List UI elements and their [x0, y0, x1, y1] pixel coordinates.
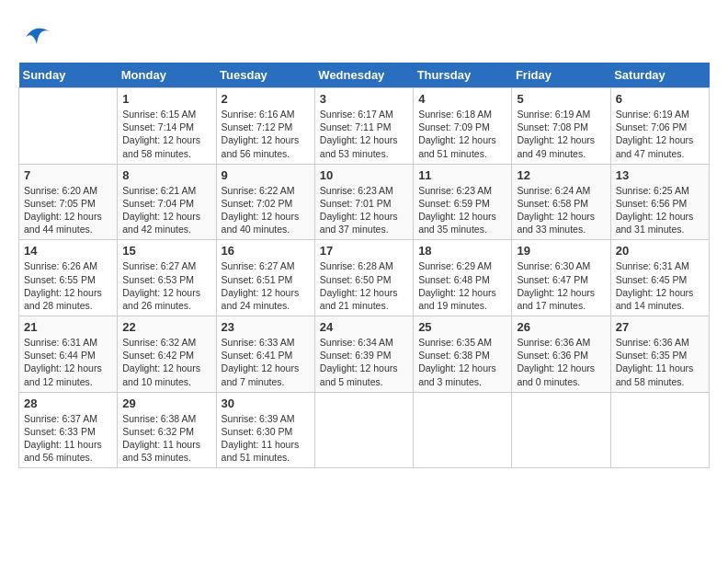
day-number: 10	[320, 168, 408, 182]
day-number: 5	[517, 92, 605, 106]
calendar-cell: 12Sunrise: 6:24 AM Sunset: 6:58 PM Dayli…	[512, 164, 610, 240]
calendar-week-row: 21Sunrise: 6:31 AM Sunset: 6:44 PM Dayli…	[19, 316, 710, 393]
day-info: Sunrise: 6:39 AM Sunset: 6:30 PM Dayligh…	[222, 412, 310, 465]
day-header-saturday: Saturday	[610, 63, 709, 88]
calendar-cell: 15Sunrise: 6:27 AM Sunset: 6:53 PM Dayli…	[118, 240, 216, 316]
day-number: 12	[517, 168, 605, 182]
calendar-cell: 1Sunrise: 6:15 AM Sunset: 7:14 PM Daylig…	[118, 88, 216, 165]
calendar-week-row: 14Sunrise: 6:26 AM Sunset: 6:55 PM Dayli…	[19, 240, 710, 316]
calendar-cell: 14Sunrise: 6:26 AM Sunset: 6:55 PM Dayli…	[19, 240, 118, 316]
calendar-cell	[610, 392, 709, 468]
day-header-wednesday: Wednesday	[314, 63, 413, 88]
calendar-header-row: SundayMondayTuesdayWednesdayThursdayFrid…	[19, 63, 710, 88]
day-info: Sunrise: 6:33 AM Sunset: 6:41 PM Dayligh…	[222, 336, 310, 388]
day-number: 8	[122, 168, 210, 182]
calendar-table: SundayMondayTuesdayWednesdayThursdayFrid…	[18, 63, 710, 468]
day-number: 30	[222, 396, 310, 410]
day-number: 3	[320, 92, 408, 106]
day-info: Sunrise: 6:24 AM Sunset: 6:58 PM Dayligh…	[517, 184, 605, 236]
day-number: 29	[122, 396, 210, 410]
calendar-week-row: 7Sunrise: 6:20 AM Sunset: 7:05 PM Daylig…	[19, 164, 710, 240]
calendar-cell: 18Sunrise: 6:29 AM Sunset: 6:48 PM Dayli…	[414, 240, 512, 316]
day-info: Sunrise: 6:36 AM Sunset: 6:36 PM Dayligh…	[517, 336, 605, 388]
calendar-cell: 26Sunrise: 6:36 AM Sunset: 6:36 PM Dayli…	[512, 316, 610, 393]
day-info: Sunrise: 6:15 AM Sunset: 7:14 PM Dayligh…	[122, 108, 210, 160]
day-number: 25	[418, 320, 506, 334]
calendar-cell: 16Sunrise: 6:27 AM Sunset: 6:51 PM Dayli…	[216, 240, 314, 316]
day-number: 26	[517, 320, 605, 334]
calendar-cell: 22Sunrise: 6:32 AM Sunset: 6:42 PM Dayli…	[118, 316, 216, 393]
calendar-cell: 5Sunrise: 6:19 AM Sunset: 7:08 PM Daylig…	[512, 88, 610, 165]
day-number: 19	[517, 244, 605, 258]
calendar-cell: 11Sunrise: 6:23 AM Sunset: 6:59 PM Dayli…	[414, 164, 512, 240]
calendar-cell: 6Sunrise: 6:19 AM Sunset: 7:06 PM Daylig…	[610, 88, 709, 165]
day-number: 27	[616, 320, 704, 334]
calendar-cell: 24Sunrise: 6:34 AM Sunset: 6:39 PM Dayli…	[314, 316, 413, 393]
day-info: Sunrise: 6:31 AM Sunset: 6:44 PM Dayligh…	[24, 336, 112, 388]
calendar-cell: 3Sunrise: 6:17 AM Sunset: 7:11 PM Daylig…	[314, 88, 413, 165]
day-number: 14	[24, 244, 112, 258]
day-number: 20	[616, 244, 704, 258]
day-number: 15	[122, 244, 210, 258]
calendar-cell: 8Sunrise: 6:21 AM Sunset: 7:04 PM Daylig…	[118, 164, 216, 240]
calendar-cell: 30Sunrise: 6:39 AM Sunset: 6:30 PM Dayli…	[216, 392, 314, 468]
day-number: 18	[418, 244, 506, 258]
day-number: 21	[24, 320, 112, 334]
day-info: Sunrise: 6:25 AM Sunset: 6:56 PM Dayligh…	[616, 184, 704, 236]
day-number: 6	[616, 92, 704, 106]
calendar-cell: 28Sunrise: 6:37 AM Sunset: 6:33 PM Dayli…	[19, 392, 118, 468]
page-header	[18, 18, 710, 53]
calendar-cell: 25Sunrise: 6:35 AM Sunset: 6:38 PM Dayli…	[414, 316, 512, 393]
calendar-cell: 2Sunrise: 6:16 AM Sunset: 7:12 PM Daylig…	[216, 88, 314, 165]
day-number: 13	[616, 168, 704, 182]
day-header-sunday: Sunday	[19, 63, 118, 88]
day-header-monday: Monday	[118, 63, 216, 88]
day-info: Sunrise: 6:17 AM Sunset: 7:11 PM Dayligh…	[320, 108, 408, 160]
calendar-cell: 20Sunrise: 6:31 AM Sunset: 6:45 PM Dayli…	[610, 240, 709, 316]
day-number: 16	[222, 244, 310, 258]
logo	[18, 18, 53, 53]
day-info: Sunrise: 6:28 AM Sunset: 6:50 PM Dayligh…	[320, 259, 408, 312]
calendar-cell	[512, 392, 610, 468]
day-info: Sunrise: 6:35 AM Sunset: 6:38 PM Dayligh…	[418, 336, 506, 388]
calendar-cell: 21Sunrise: 6:31 AM Sunset: 6:44 PM Dayli…	[19, 316, 118, 393]
day-info: Sunrise: 6:27 AM Sunset: 6:51 PM Dayligh…	[222, 259, 310, 312]
day-number: 11	[418, 168, 506, 182]
day-info: Sunrise: 6:19 AM Sunset: 7:06 PM Dayligh…	[616, 108, 704, 160]
calendar-cell	[19, 88, 118, 165]
day-info: Sunrise: 6:30 AM Sunset: 6:47 PM Dayligh…	[517, 259, 605, 312]
day-number: 28	[24, 396, 112, 410]
calendar-cell: 13Sunrise: 6:25 AM Sunset: 6:56 PM Dayli…	[610, 164, 709, 240]
calendar-cell: 23Sunrise: 6:33 AM Sunset: 6:41 PM Dayli…	[216, 316, 314, 393]
calendar-cell: 27Sunrise: 6:36 AM Sunset: 6:35 PM Dayli…	[610, 316, 709, 393]
day-number: 1	[122, 92, 210, 106]
day-info: Sunrise: 6:26 AM Sunset: 6:55 PM Dayligh…	[24, 259, 112, 312]
day-info: Sunrise: 6:31 AM Sunset: 6:45 PM Dayligh…	[616, 259, 704, 312]
day-info: Sunrise: 6:34 AM Sunset: 6:39 PM Dayligh…	[320, 336, 408, 388]
calendar-cell: 29Sunrise: 6:38 AM Sunset: 6:32 PM Dayli…	[118, 392, 216, 468]
day-number: 4	[418, 92, 506, 106]
day-number: 9	[222, 168, 310, 182]
day-number: 22	[122, 320, 210, 334]
day-info: Sunrise: 6:23 AM Sunset: 7:01 PM Dayligh…	[320, 184, 408, 236]
day-header-friday: Friday	[512, 63, 610, 88]
day-info: Sunrise: 6:18 AM Sunset: 7:09 PM Dayligh…	[418, 108, 506, 160]
day-header-tuesday: Tuesday	[216, 63, 314, 88]
calendar-cell: 9Sunrise: 6:22 AM Sunset: 7:02 PM Daylig…	[216, 164, 314, 240]
calendar-cell: 19Sunrise: 6:30 AM Sunset: 6:47 PM Dayli…	[512, 240, 610, 316]
calendar-week-row: 28Sunrise: 6:37 AM Sunset: 6:33 PM Dayli…	[19, 392, 710, 468]
calendar-week-row: 1Sunrise: 6:15 AM Sunset: 7:14 PM Daylig…	[19, 88, 710, 165]
day-info: Sunrise: 6:37 AM Sunset: 6:33 PM Dayligh…	[24, 412, 112, 465]
calendar-cell: 4Sunrise: 6:18 AM Sunset: 7:09 PM Daylig…	[414, 88, 512, 165]
day-number: 17	[320, 244, 408, 258]
day-info: Sunrise: 6:22 AM Sunset: 7:02 PM Dayligh…	[222, 184, 310, 236]
logo-icon	[18, 18, 53, 53]
day-info: Sunrise: 6:19 AM Sunset: 7:08 PM Dayligh…	[517, 108, 605, 160]
calendar-cell: 10Sunrise: 6:23 AM Sunset: 7:01 PM Dayli…	[314, 164, 413, 240]
calendar-cell	[314, 392, 413, 468]
day-header-thursday: Thursday	[414, 63, 512, 88]
day-info: Sunrise: 6:32 AM Sunset: 6:42 PM Dayligh…	[122, 336, 210, 388]
day-number: 24	[320, 320, 408, 334]
day-number: 23	[222, 320, 310, 334]
day-info: Sunrise: 6:21 AM Sunset: 7:04 PM Dayligh…	[122, 184, 210, 236]
